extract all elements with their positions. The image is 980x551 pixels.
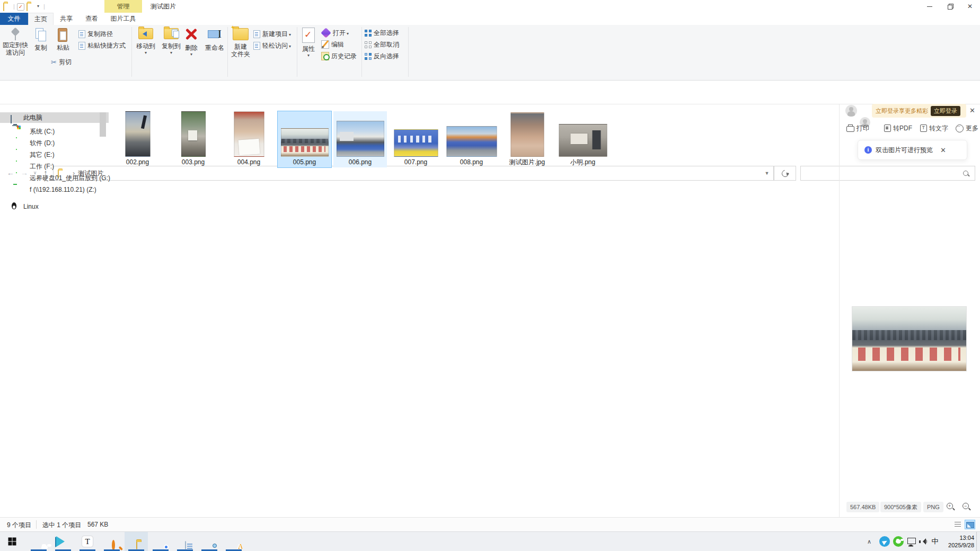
copy-button[interactable]: 复制 [30, 28, 51, 51]
tray-network[interactable] [905, 532, 918, 551]
file-item-006[interactable]: 006.png [333, 111, 387, 167]
tray-messenger[interactable] [891, 532, 905, 551]
refresh-button[interactable] [774, 166, 796, 181]
sidebar-item-linux[interactable]: Linux [0, 201, 109, 212]
restore-button[interactable] [940, 0, 960, 13]
file-item-005-selected[interactable]: 005.png [278, 111, 331, 167]
refresh-icon [780, 168, 790, 178]
search-box[interactable] [800, 166, 975, 181]
file-item-003[interactable]: 003.png [166, 111, 220, 167]
taskbar-app-a[interactable] [222, 532, 245, 551]
zoom-in-icon[interactable]: + [947, 503, 955, 511]
file-thumbnail [181, 111, 206, 157]
show-desktop-button[interactable] [976, 532, 980, 551]
tab-picture-tools[interactable]: 图片工具 [104, 13, 142, 25]
tab-view[interactable]: 查看 [79, 13, 104, 25]
sidebar-item-label: Linux [23, 201, 39, 212]
to-text-label: 转文字 [929, 124, 948, 133]
to-pdf-button[interactable]: 转PDF [884, 123, 912, 134]
tray-clock[interactable]: 13:04 2025/9/28 [948, 534, 974, 549]
sidebar-item-drive-e[interactable]: 其它 (E:) [0, 149, 109, 160]
taskbar-app-chrome[interactable] [149, 532, 172, 551]
address-box[interactable]: ›测试图片 ▼ [53, 166, 774, 181]
preview-image[interactable] [852, 307, 966, 371]
tray-ime[interactable]: 中 [929, 532, 941, 551]
move-to-button[interactable]: 移动到 [134, 28, 158, 55]
file-item-xiaoming[interactable]: 小明.png [556, 111, 610, 167]
banner-close-icon[interactable]: ✕ [969, 106, 975, 114]
more-button[interactable]: 更多 [956, 123, 978, 134]
qat-properties-icon[interactable]: ✓ [17, 3, 24, 11]
sidebar-item-drive-d[interactable]: 软件 (D:) [0, 138, 109, 148]
file-name: 007.png [389, 158, 443, 166]
zoom-out-icon[interactable]: − [963, 503, 971, 511]
select-all-button[interactable]: 全部选择 [365, 28, 399, 38]
taskbar-app-cat[interactable] [27, 532, 50, 551]
file-item-002[interactable]: 002.png [111, 111, 164, 167]
tab-share[interactable]: 共享 [54, 13, 79, 25]
file-item-004[interactable]: 004.png [222, 111, 276, 167]
file-thumbnail [446, 126, 497, 157]
sidebar-item-drive-z[interactable]: f (\\192.168.110.21) (Z:) [0, 184, 109, 195]
pin-to-quick-access-button[interactable]: 固定到快 速访问 [2, 28, 29, 56]
file-item-test-image[interactable]: 测试图片.jpg [500, 111, 554, 167]
select-none-button[interactable]: 全部取消 [365, 40, 399, 49]
taskbar-app-capture[interactable] [198, 532, 221, 551]
printer-icon [846, 126, 854, 132]
t-app-icon: T [82, 536, 93, 547]
history-button[interactable]: 历史记录 [321, 51, 357, 61]
copy-path-button[interactable]: 复制路径 [78, 29, 113, 39]
status-separator [36, 520, 37, 529]
open-button[interactable]: 打开 [321, 28, 349, 38]
explorer-folder-icon [136, 541, 137, 549]
edit-button[interactable]: 编辑 [321, 40, 344, 49]
paste-shortcut-button[interactable]: 粘贴快捷方式 [78, 41, 126, 50]
taskbar-app-t[interactable]: T [76, 532, 99, 551]
clock-time: 13:04 [948, 534, 974, 541]
new-item-label: 新建项目 [262, 30, 291, 39]
thumbnail-view-button[interactable] [965, 520, 975, 529]
qat-customize-chevron-icon[interactable]: ▾ [37, 0, 39, 13]
tray-volume[interactable] [917, 532, 930, 551]
start-button[interactable] [1, 532, 24, 551]
easy-access-button[interactable]: 轻松访问 [253, 41, 291, 50]
login-button[interactable]: 立即登录 [931, 106, 960, 116]
avatar[interactable] [845, 105, 857, 117]
paste-button[interactable]: 粘贴 [52, 28, 74, 51]
invert-selection-icon [365, 53, 372, 60]
tray-telegram[interactable] [878, 532, 891, 551]
cut-button[interactable]: 剪切 [51, 57, 72, 67]
new-item-button[interactable]: 新建项目 [253, 29, 291, 39]
qat-new-folder-icon[interactable] [27, 3, 28, 11]
sidebar-item-drive-g[interactable]: 远界硬盘01_使用后放到 (G:) [0, 173, 109, 183]
tab-home[interactable]: 主页 [28, 13, 54, 25]
file-item-008[interactable]: 008.png [445, 111, 498, 167]
taskbar-app-notes[interactable] [173, 532, 197, 551]
tray-show-hidden-icons[interactable]: ∧ [864, 532, 875, 551]
rename-button[interactable]: 重命名 [202, 28, 227, 51]
preview-pane-divider[interactable] [839, 104, 840, 517]
file-name: 002.png [111, 158, 164, 166]
scissors-icon [51, 58, 57, 66]
sidebar-item-this-pc[interactable]: 此电脑 [0, 112, 109, 123]
address-dropdown-chevron-icon[interactable]: ▼ [761, 166, 773, 180]
tab-file[interactable]: 文件 [0, 13, 28, 25]
sidebar-scrollbar[interactable] [100, 112, 106, 137]
delete-button[interactable]: 删除 [180, 28, 202, 57]
minimize-button[interactable] [920, 0, 940, 13]
print-button[interactable]: 打印 [846, 123, 869, 134]
taskbar-app-explorer[interactable] [125, 532, 148, 551]
new-folder-button[interactable]: 新建 文件夹 [229, 28, 252, 58]
sidebar-item-drive-f[interactable]: 工作 (F:) [0, 161, 109, 172]
properties-button[interactable]: 属性 [298, 28, 319, 58]
close-button[interactable]: ✕ [960, 0, 980, 13]
sidebar-item-drive-c[interactable]: 系统 (C:) [0, 126, 109, 137]
details-view-button[interactable] [953, 520, 964, 529]
to-text-button[interactable]: 转文字 [920, 123, 948, 134]
telegram-icon [879, 536, 890, 547]
tip-close-icon[interactable]: ✕ [940, 146, 946, 154]
taskbar-app-arrow[interactable] [51, 532, 75, 551]
taskbar-app-search[interactable] [100, 532, 123, 551]
invert-selection-button[interactable]: 反向选择 [365, 51, 399, 61]
file-item-007[interactable]: 007.png [389, 111, 443, 167]
